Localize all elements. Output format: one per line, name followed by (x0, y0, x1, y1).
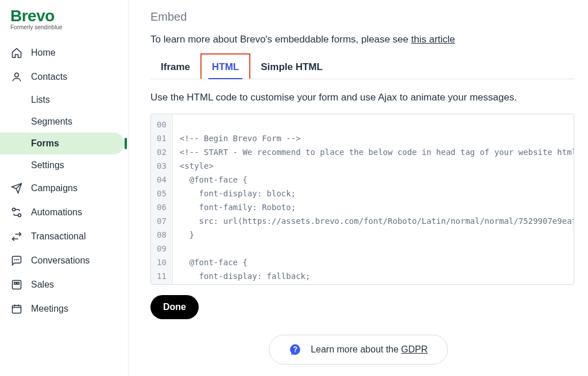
sales-icon (10, 278, 23, 291)
sidebar-item-sales[interactable]: Sales (0, 273, 128, 297)
sidebar: Brevo Formerly sendinblue Home Contacts … (0, 0, 129, 376)
svg-point-0 (15, 73, 19, 77)
svg-point-2 (18, 214, 21, 217)
tab-description: Use the HTML code to customise your form… (150, 92, 574, 103)
chat-icon (10, 254, 23, 267)
main-content: Embed To learn more about Brevo's embedd… (129, 0, 588, 376)
intro-link[interactable]: this article (411, 34, 455, 45)
sidebar-item-label: Automations (31, 207, 82, 218)
sidebar-item-label: Meetings (31, 304, 68, 314)
swap-icon (10, 230, 23, 243)
svg-rect-6 (13, 281, 21, 289)
automations-icon (10, 206, 23, 219)
sidebar-sub-segments[interactable]: Segments (0, 111, 128, 133)
sidebar-sub-forms[interactable]: Forms (0, 133, 125, 154)
sidebar-item-contacts[interactable]: Contacts (0, 65, 128, 89)
sidebar-item-label: Contacts (31, 72, 67, 82)
send-icon (10, 182, 23, 195)
question-icon (289, 343, 301, 356)
svg-point-1 (13, 208, 16, 211)
tab-html[interactable]: HTML (200, 53, 250, 79)
contacts-icon (10, 71, 23, 83)
sidebar-item-conversations[interactable]: Conversations (0, 249, 128, 273)
sidebar-item-label: Sales (31, 280, 54, 290)
brand-tagline: Formerly sendinblue (10, 24, 118, 30)
sidebar-item-home[interactable]: Home (0, 41, 128, 65)
svg-point-5 (18, 259, 19, 260)
page-title: Embed (150, 10, 574, 24)
calendar-icon (10, 303, 23, 315)
sidebar-item-meetings[interactable]: Meetings (0, 297, 128, 321)
home-icon (10, 46, 23, 59)
done-button[interactable]: Done (150, 295, 199, 319)
svg-rect-7 (14, 282, 16, 284)
intro-text: To learn more about Brevo's embeddable f… (150, 34, 574, 45)
code-content: <!-- Begin Brevo Form --> <!-- START - W… (173, 114, 574, 284)
tabs: Iframe HTML Simple HTML (150, 53, 574, 79)
tab-simple-html[interactable]: Simple HTML (250, 55, 333, 79)
svg-rect-8 (17, 282, 19, 284)
sidebar-item-transactional[interactable]: Transactional (0, 224, 128, 249)
sidebar-item-automations[interactable]: Automations (0, 200, 128, 224)
sidebar-item-label: Conversations (31, 255, 90, 266)
line-numbers: 000102030405060708091011 (151, 114, 173, 284)
svg-rect-9 (13, 305, 21, 313)
sidebar-item-label: Transactional (31, 231, 86, 242)
sidebar-sub-lists[interactable]: Lists (0, 89, 128, 111)
svg-point-4 (17, 259, 17, 260)
brand-name: Brevo (10, 7, 118, 25)
gdpr-banner[interactable]: Learn more about the GDPR (269, 335, 448, 365)
gdpr-link[interactable]: GDPR (401, 344, 428, 354)
sidebar-item-label: Home (31, 48, 56, 58)
code-snippet[interactable]: 000102030405060708091011 <!-- Begin Brev… (150, 114, 574, 285)
gdpr-text: Learn more about the GDPR (311, 344, 428, 355)
sidebar-item-label: Campaigns (31, 183, 78, 193)
tab-iframe[interactable]: Iframe (150, 55, 200, 79)
svg-point-3 (14, 259, 15, 260)
sidebar-item-campaigns[interactable]: Campaigns (0, 176, 128, 200)
logo: Brevo Formerly sendinblue (0, 6, 128, 41)
sidebar-sub-settings[interactable]: Settings (0, 154, 128, 176)
